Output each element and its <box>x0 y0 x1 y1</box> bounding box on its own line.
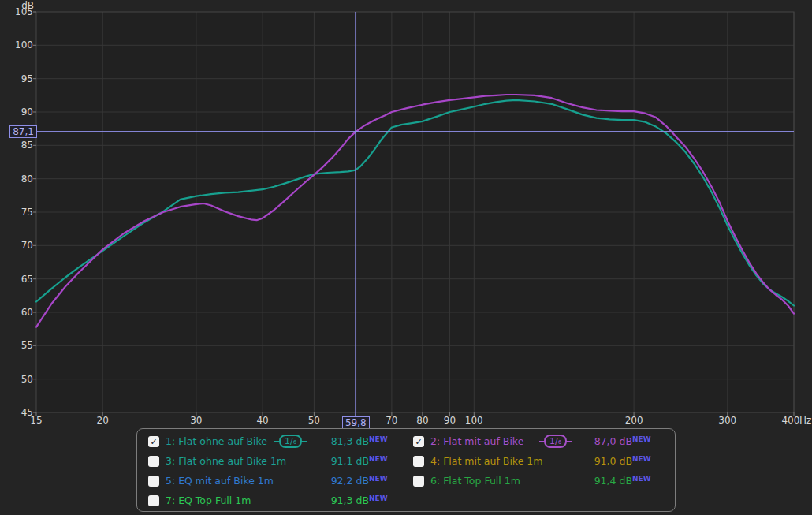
x-tick-label: 70 <box>386 415 397 426</box>
cursor-value: 91,3 dB <box>331 494 369 506</box>
x-tick-label: 200 <box>625 415 643 426</box>
y-tick-label: 50 <box>0 373 33 386</box>
legend-column-right: ✓ 2: Flat mit auf Bike 1/₆ 87,0 dB NEW 4… <box>413 431 650 511</box>
legend-column-left: ✓ 1: Flat ohne auf Bike 1/₆ 81,3 dB NEW … <box>148 431 386 511</box>
measurement-legend: ✓ 1: Flat ohne auf Bike 1/₆ 81,3 dB NEW … <box>136 428 676 512</box>
legend-row-measurement-2: ✓ 2: Flat mit auf Bike 1/₆ 87,0 dB NEW <box>413 431 650 451</box>
new-badge: NEW <box>632 435 650 443</box>
y-tick-label: 80 <box>0 173 33 185</box>
new-badge: NEW <box>369 435 386 443</box>
legend-row-measurement-4: 4: Flat mit auf Bike 1m 91,0 dB NEW <box>413 451 650 471</box>
smoothing-value[interactable]: 1/₆ <box>279 435 302 448</box>
measurement-6-checkbox[interactable] <box>413 476 424 487</box>
measurement-1-checkbox[interactable]: ✓ <box>148 436 159 447</box>
y-tick-label: 95 <box>0 73 33 85</box>
measurement-6-readout: 91,4 dB NEW <box>594 475 650 487</box>
x-axis-unit-label: Hz <box>799 415 811 426</box>
measurement-7-readout: 91,3 dB NEW <box>331 494 386 506</box>
x-tick-label: 100 <box>465 415 483 426</box>
y-tick-label: 90 <box>0 106 33 118</box>
measurement-4-label[interactable]: 4: Flat mit auf Bike 1m <box>430 455 542 467</box>
measurement-2-checkbox[interactable]: ✓ <box>413 436 424 447</box>
x-tick-label: 30 <box>190 415 202 426</box>
measurement-5-label[interactable]: 5: EQ mit auf Bike 1m <box>166 475 274 487</box>
x-tick-label: 300 <box>718 415 736 426</box>
new-badge: NEW <box>369 475 386 483</box>
new-badge: NEW <box>369 455 386 463</box>
cursor-value: 91,4 dB <box>594 475 632 487</box>
x-tick-label: 15 <box>30 415 42 426</box>
measurement-5-readout: 92,2 dB NEW <box>331 475 386 487</box>
x-tick-label: 50 <box>308 415 320 426</box>
cursor-freq-readout: 59,8 <box>342 416 370 429</box>
y-tick-label: 60 <box>0 306 33 319</box>
measurement-7-checkbox[interactable] <box>148 495 159 506</box>
measurement-5-checkbox[interactable] <box>148 476 159 487</box>
smoothing-value[interactable]: 1/₆ <box>544 435 567 448</box>
new-badge: NEW <box>632 455 650 463</box>
cursor-value: 81,3 dB <box>331 435 369 447</box>
cursor-db-readout: 87,1 <box>9 125 37 138</box>
legend-row-measurement-3: 3: Flat ohne auf Bike 1m 91,1 dB NEW <box>148 451 386 471</box>
measurement-4-readout: 91,0 dB NEW <box>594 455 650 467</box>
cursor-value: 91,1 dB <box>331 455 369 467</box>
x-tick-label: 40 <box>256 415 268 426</box>
new-badge: NEW <box>369 494 386 502</box>
y-tick-label: 75 <box>0 206 33 218</box>
cursor-value: 92,2 dB <box>331 475 369 487</box>
x-tick-label: 80 <box>416 415 428 426</box>
new-badge: NEW <box>632 475 650 483</box>
cursor-value: 91,0 dB <box>594 455 632 467</box>
measurement-3-checkbox[interactable] <box>148 456 159 467</box>
y-tick-label: 100 <box>0 39 33 51</box>
measurement-2-label[interactable]: 2: Flat mit auf Bike <box>430 435 523 447</box>
x-tick-label: 20 <box>97 415 109 426</box>
measurement-3-readout: 91,1 dB NEW <box>331 455 386 467</box>
x-tick-label: 90 <box>444 415 456 426</box>
y-tick-label: 55 <box>0 339 33 352</box>
measurement-3-label[interactable]: 3: Flat ohne auf Bike 1m <box>166 455 286 467</box>
y-tick-label: 45 <box>0 406 33 419</box>
y-tick-label: 85 <box>0 139 33 151</box>
legend-row-measurement-6: 6: Flat Top Full 1m 91,4 dB NEW <box>413 471 650 491</box>
cursor-value: 87,0 dB <box>594 435 632 447</box>
smoothing-button[interactable]: 1/₆ <box>539 435 572 448</box>
y-tick-label: 70 <box>0 239 33 252</box>
measurement-4-checkbox[interactable] <box>413 456 424 467</box>
measurement-1-readout: 81,3 dB NEW <box>331 435 386 447</box>
smoothing-button[interactable]: 1/₆ <box>274 435 307 448</box>
measurement-2-readout: 87,0 dB NEW <box>594 435 650 447</box>
measurement-7-label[interactable]: 7: EQ Top Full 1m <box>166 494 251 506</box>
x-tick-label: 400 <box>781 415 799 426</box>
measurement-6-label[interactable]: 6: Flat Top Full 1m <box>430 475 520 487</box>
spl-graph-window: dB Hz 87,1 59,8 ✓ 1: Flat ohne auf Bike … <box>0 0 812 515</box>
legend-row-measurement-1: ✓ 1: Flat ohne auf Bike 1/₆ 81,3 dB NEW <box>148 431 386 451</box>
smoothing-dash-icon <box>567 441 572 442</box>
smoothing-dash-icon <box>302 441 307 442</box>
measurement-1-label[interactable]: 1: Flat ohne auf Bike <box>166 435 267 447</box>
y-tick-label: 65 <box>0 273 33 285</box>
legend-row-measurement-7: 7: EQ Top Full 1m 91,3 dB NEW <box>148 491 386 510</box>
legend-row-measurement-5: 5: EQ mit auf Bike 1m 92,2 dB NEW <box>148 471 386 491</box>
y-tick-label: 105 <box>0 6 33 18</box>
